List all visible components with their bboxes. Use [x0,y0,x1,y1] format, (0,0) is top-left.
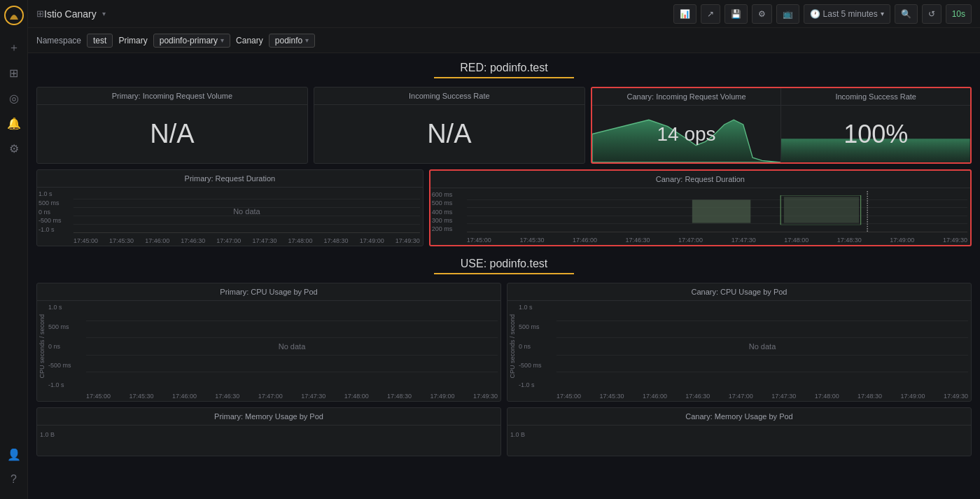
canary-success-header: Incoming Success Rate [781,88,970,106]
canary-volume-panel: Canary: Incoming Request Volume [592,88,782,162]
primary-cpu-y-axis: 1.0 s 500 ms 0 ns -500 ms -1.0 s [48,304,71,388]
topbar-actions: 📊 ↗ 💾 ⚙ 📺 🕐 Last 5 minutes ▾ 🔍 ↺ 10s [673,4,972,24]
red-title-text: RED: podinfo.test [460,62,547,73]
sidebar-alerts-icon[interactable]: 🔔 [3,112,25,134]
canary-memory-header: Canary: Memory Usage by Pod [507,408,971,426]
canary-label: Canary [236,36,263,45]
share-button[interactable]: ↗ [701,4,720,24]
primary-incoming-volume-body: N/A [37,105,307,163]
dashboard-title: Istio Canary ▾ [44,8,106,20]
topbar: ⊞ Istio Canary ▾ 📊 ↗ 💾 ⚙ 📺 🕐 Last 5 minu… [28,0,980,28]
success-rate-title: Incoming Success Rate [409,92,490,100]
primary-memory-panel: Primary: Memory Usage by Pod 1.0 B [36,407,501,456]
dashboard-grid-icon: ⊞ [36,8,44,19]
search-button[interactable]: 🔍 [895,4,918,24]
sidebar-help-icon[interactable]: ? [3,468,25,491]
title-chevron[interactable]: ▾ [102,10,106,17]
save-button[interactable]: 💾 [724,4,748,24]
canary-volume-title: Canary: Incoming Request Volume [627,92,746,101]
clock-icon: 🕐 [810,9,820,19]
canary-cpu-x-axis: 17:45:00 17:45:30 17:46:00 17:46:30 17:4… [556,393,968,400]
canary-success-panel: Incoming Success Rate [781,88,970,162]
main-content: ⊞ Istio Canary ▾ 📊 ↗ 💾 ⚙ 📺 🕐 Last 5 minu… [28,0,980,499]
canary-memory-panel: Canary: Memory Usage by Pod 1.0 B [507,407,972,456]
canary-volume-number: 14 ops [657,123,716,146]
sidebar-dashboards-icon[interactable]: ⊞ [3,62,25,84]
primary-memory-header: Primary: Memory Usage by Pod [37,408,500,426]
canary-duration-chart-svg [467,191,967,232]
primary-duration-panel: Primary: Request Duration 1.0 s 500 ms 0… [36,169,424,246]
chart-button[interactable]: 📊 [673,4,696,24]
primary-duration-no-data: No data [233,207,260,216]
canary-success-value: 100% [844,120,908,149]
namespace-filter[interactable]: test [87,34,113,48]
primary-cpu-y-label: CPU seconds / second [38,304,48,388]
primary-duration-x-axis: 17:45:00 17:45:30 17:46:00 17:46:30 17:4… [74,237,420,244]
canary-volume-header: Canary: Incoming Request Volume [592,88,781,106]
filterbar: Namespace test Primary podinfo-primary ▾… [28,28,980,53]
time-chevron: ▾ [881,10,884,17]
red-section-title: RED: podinfo.test [36,62,972,78]
primary-duration-header: Primary: Request Duration [37,170,423,188]
primary-cpu-chart-area: No data [86,304,498,388]
primary-duration-chart-area: No data [74,190,420,233]
canary-success-title: Incoming Success Rate [835,92,916,101]
canary-duration-header: Canary: Request Duration [430,171,970,188]
canary-duration-body: 600 ms 500 ms 400 ms 300 ms 200 ms [430,188,970,245]
canary-duration-panel: Canary: Request Duration 600 ms 500 ms 4… [429,169,972,246]
sidebar-add-icon[interactable]: ＋ [3,36,25,59]
canary-cpu-header: Canary: CPU Usage by Pod [507,283,971,301]
use-memory-row: Primary: Memory Usage by Pod 1.0 B Canar… [36,407,972,456]
success-rate-body: N/A [314,105,584,163]
use-title-text: USE: podinfo.test [461,258,548,269]
canary-filter[interactable]: podinfo ▾ [269,34,315,48]
primary-cpu-body: CPU seconds / second 1.0 s 500 ms 0 ns -… [37,301,500,401]
success-rate-value: N/A [427,119,471,149]
primary-arrow: ▾ [220,36,224,44]
canary-volume-body: 14 ops [592,106,781,162]
primary-cpu-panel: Primary: CPU Usage by Pod CPU seconds / … [36,283,501,402]
canary-duration-y-axis: 600 ms 500 ms 400 ms 300 ms 200 ms [432,191,453,232]
primary-duration-body: 1.0 s 500 ms 0 ns -500 ms -1.0 s No data [37,188,423,246]
primary-memory-body: 1.0 B [37,426,500,456]
refresh-button[interactable]: ↺ [922,4,941,24]
app-logo [4,6,24,25]
primary-incoming-volume-panel: Primary: Incoming Request Volume N/A [36,87,308,164]
canary-cpu-chart-area: No data [556,304,968,388]
canary-cpu-y-label: CPU seconds / second [509,304,519,388]
title-text: Istio Canary [44,8,97,20]
canary-duration-chart-area [467,191,967,232]
primary-label: Primary [118,36,147,45]
sidebar: ＋ ⊞ ◎ 🔔 ⚙ 👤 ? [0,0,28,499]
time-range-picker[interactable]: 🕐 Last 5 minutes ▾ [804,4,890,24]
canary-arrow: ▾ [305,36,309,44]
incoming-success-rate-panel: Incoming Success Rate N/A [314,87,585,164]
time-label: Last 5 minutes [823,9,878,19]
canary-success-body: 100% [781,106,970,162]
canary-cpu-body: CPU seconds / second 1.0 s 500 ms 0 ns -… [507,301,971,401]
sidebar-explore-icon[interactable]: ◎ [3,87,25,109]
content-area: RED: podinfo.test Primary: Incoming Requ… [28,53,980,499]
primary-volume-value: N/A [150,119,194,149]
canary-cpu-no-data: No data [749,342,776,351]
canary-memory-body: 1.0 B [507,426,971,456]
refresh-label: 10s [952,9,965,19]
use-cpu-row: Primary: CPU Usage by Pod CPU seconds / … [36,283,972,402]
namespace-label: Namespace [36,36,81,45]
primary-incoming-volume-header: Primary: Incoming Request Volume [37,87,307,105]
primary-value: podinfo-primary [160,36,218,45]
primary-duration-y-axis: 1.0 s 500 ms 0 ns -500 ms -1.0 s [38,190,62,233]
svg-rect-5 [784,197,859,223]
svg-rect-4 [692,199,750,223]
primary-filter[interactable]: podinfo-primary ▾ [153,34,230,48]
sidebar-user-icon[interactable]: 👤 [3,443,25,465]
settings-button[interactable]: ⚙ [752,4,772,24]
tv-button[interactable]: 📺 [776,4,799,24]
primary-cpu-x-axis: 17:45:00 17:45:30 17:46:00 17:46:30 17:4… [86,393,498,400]
refresh-interval[interactable]: 10s [946,4,972,24]
use-section-title: USE: podinfo.test [36,258,972,274]
canary-cpu-y-axis: 1.0 s 500 ms 0 ns -500 ms -1.0 s [519,304,542,388]
canary-highlight-box: Canary: Incoming Request Volume [591,87,972,164]
primary-cpu-header: Primary: CPU Usage by Pod [37,283,500,301]
sidebar-settings-icon[interactable]: ⚙ [3,137,25,160]
